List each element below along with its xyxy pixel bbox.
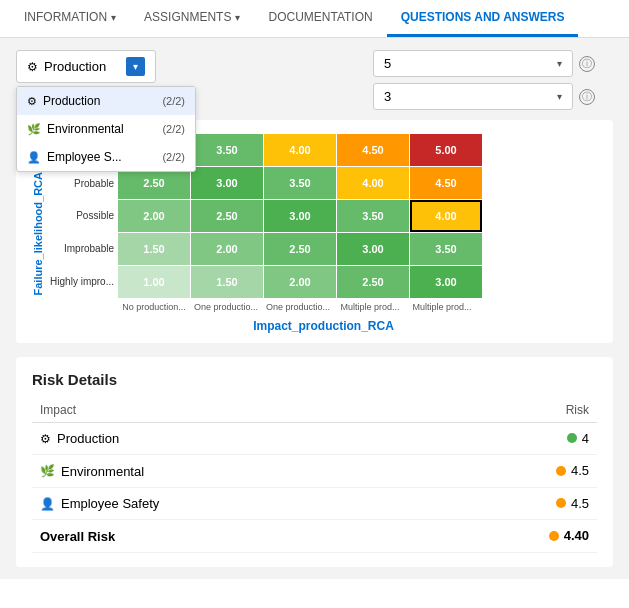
matrix-cell-2-3[interactable]: 3.50 bbox=[337, 200, 409, 232]
select-field-2[interactable]: 3 ▾ bbox=[373, 83, 573, 110]
col-label-2: One productio... bbox=[262, 302, 334, 313]
col-label-0: No production... bbox=[118, 302, 190, 313]
select-value-1: 5 bbox=[384, 56, 391, 71]
overall-risk-row: Overall Risk4.40 bbox=[32, 520, 597, 553]
tab-questions-answers[interactable]: QUESTIONS AND ANSWERS bbox=[387, 0, 579, 37]
dropdown-selected-label: Production bbox=[44, 59, 106, 74]
dropdown-item-employee-safety[interactable]: 👤 Employee S... (2/2) bbox=[17, 143, 195, 171]
row-label-2: Possible bbox=[50, 200, 114, 232]
dropdown-arrow[interactable]: ▾ bbox=[126, 57, 145, 76]
matrix-row-4: 1.001.502.002.503.00 bbox=[118, 266, 482, 298]
nav-tabs: INFORMATION ▾ ASSIGNMENTS ▾ DOCUMENTATIO… bbox=[0, 0, 629, 38]
tab-documentation[interactable]: DOCUMENTATION bbox=[254, 0, 386, 37]
dropdown-item-production[interactable]: ⚙ Production (2/2) bbox=[17, 87, 195, 115]
row-label-3: Improbable bbox=[50, 233, 114, 265]
matrix-cell-4-1[interactable]: 1.50 bbox=[191, 266, 263, 298]
select-field-1[interactable]: 5 ▾ bbox=[373, 50, 573, 77]
risk-row-icon: ⚙Production bbox=[40, 431, 119, 446]
category-dropdown-wrapper: ⚙ Production ▾ ⚙ Production (2/2) 🌿 Envi… bbox=[16, 50, 156, 83]
matrix-cell-0-1[interactable]: 3.50 bbox=[191, 134, 263, 166]
environmental-icon: 🌿 bbox=[27, 123, 41, 136]
dropdown-icon: ⚙ bbox=[27, 60, 38, 74]
col-labels-row: No production...One productio...One prod… bbox=[118, 302, 597, 313]
matrix-cell-2-0[interactable]: 2.00 bbox=[118, 200, 190, 232]
risk-table: Impact Risk ⚙Production4🌿Environmental4.… bbox=[32, 398, 597, 553]
controls-row: ⚙ Production ▾ ⚙ Production (2/2) 🌿 Envi… bbox=[16, 50, 613, 110]
risk-details-title: Risk Details bbox=[32, 371, 597, 388]
col-label-3: Multiple prod... bbox=[334, 302, 406, 313]
overall-risk-dot bbox=[549, 531, 559, 541]
risk-dot bbox=[556, 498, 566, 508]
info-icon-1[interactable]: ⓘ bbox=[579, 56, 595, 72]
row-label-4: Highly impro... bbox=[50, 266, 114, 298]
matrix-cell-4-2[interactable]: 2.00 bbox=[264, 266, 336, 298]
matrix-cell-3-1[interactable]: 2.00 bbox=[191, 233, 263, 265]
matrix-cell-1-2[interactable]: 3.50 bbox=[264, 167, 336, 199]
matrix-cell-4-0[interactable]: 1.00 bbox=[118, 266, 190, 298]
matrix-cell-0-3[interactable]: 4.50 bbox=[337, 134, 409, 166]
select-row-1: 5 ▾ ⓘ bbox=[373, 50, 613, 77]
tab-information[interactable]: INFORMATION ▾ bbox=[10, 0, 130, 37]
col-header-risk: Risk bbox=[431, 398, 597, 423]
tab-assignments[interactable]: ASSIGNMENTS ▾ bbox=[130, 0, 254, 37]
risk-row-0: ⚙Production4 bbox=[32, 422, 597, 455]
production-icon: ⚙ bbox=[27, 95, 37, 108]
risk-dot bbox=[567, 433, 577, 443]
matrix-cell-0-2[interactable]: 4.00 bbox=[264, 134, 336, 166]
matrix-cell-4-4[interactable]: 3.00 bbox=[410, 266, 482, 298]
matrix-cell-2-4[interactable]: 4.00 bbox=[410, 200, 482, 232]
matrix-cell-3-4[interactable]: 3.50 bbox=[410, 233, 482, 265]
risk-row-1: 🌿Environmental4.5 bbox=[32, 455, 597, 488]
col-label-4: Multiple prod... bbox=[406, 302, 478, 313]
matrix-cell-2-1[interactable]: 2.50 bbox=[191, 200, 263, 232]
info-icon-2[interactable]: ⓘ bbox=[579, 89, 595, 105]
right-selects: 5 ▾ ⓘ 3 ▾ ⓘ bbox=[373, 50, 613, 110]
chevron-icon: ▾ bbox=[111, 12, 116, 23]
y-axis-label: Failure_likelihood_RCA bbox=[32, 172, 44, 295]
matrix-cell-3-3[interactable]: 3.00 bbox=[337, 233, 409, 265]
select-row-2: 3 ▾ ⓘ bbox=[373, 83, 613, 110]
matrix-cell-2-2[interactable]: 3.00 bbox=[264, 200, 336, 232]
risk-details-section: Risk Details Impact Risk ⚙Production4🌿En… bbox=[16, 357, 613, 567]
matrix-row-2: 2.002.503.003.504.00 bbox=[118, 200, 482, 232]
col-header-impact: Impact bbox=[32, 398, 431, 423]
risk-dot bbox=[556, 466, 566, 476]
risk-row-2: 👤Employee Safety4.5 bbox=[32, 487, 597, 520]
x-axis-label: Impact_production_RCA bbox=[50, 319, 597, 333]
matrix-cell-1-3[interactable]: 4.00 bbox=[337, 167, 409, 199]
category-dropdown-button[interactable]: ⚙ Production ▾ bbox=[16, 50, 156, 83]
matrix-cell-3-2[interactable]: 2.50 bbox=[264, 233, 336, 265]
risk-row-icon: 🌿Environmental bbox=[40, 464, 144, 479]
dropdown-item-environmental[interactable]: 🌿 Environmental (2/2) bbox=[17, 115, 195, 143]
matrix-cell-0-4[interactable]: 5.00 bbox=[410, 134, 482, 166]
matrix-cell-4-3[interactable]: 2.50 bbox=[337, 266, 409, 298]
chevron-icon: ▾ bbox=[235, 12, 240, 23]
select-arrow-2: ▾ bbox=[557, 91, 562, 102]
main-content: ⚙ Production ▾ ⚙ Production (2/2) 🌿 Envi… bbox=[0, 38, 629, 579]
risk-row-icon: 👤Employee Safety bbox=[40, 496, 159, 511]
category-dropdown-menu: ⚙ Production (2/2) 🌿 Environmental (2/2)… bbox=[16, 86, 196, 172]
select-value-2: 3 bbox=[384, 89, 391, 104]
matrix-cell-3-0[interactable]: 1.50 bbox=[118, 233, 190, 265]
matrix-cell-1-1[interactable]: 3.00 bbox=[191, 167, 263, 199]
matrix-row-3: 1.502.002.503.003.50 bbox=[118, 233, 482, 265]
employee-safety-icon: 👤 bbox=[27, 151, 41, 164]
select-arrow-1: ▾ bbox=[557, 58, 562, 69]
col-label-1: One productio... bbox=[190, 302, 262, 313]
matrix-cell-1-4[interactable]: 4.50 bbox=[410, 167, 482, 199]
